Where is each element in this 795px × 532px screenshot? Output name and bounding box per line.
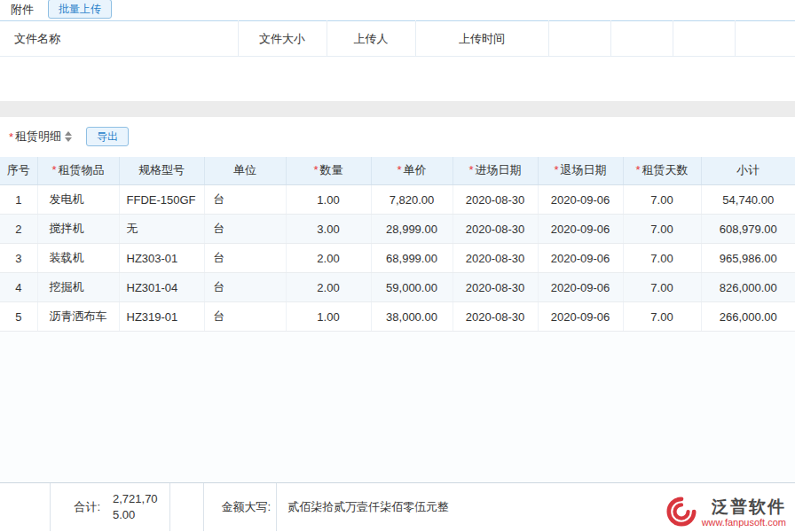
table-row: 1发电机FFDE-150GF台1.007,820.002020-08-30202…	[0, 185, 795, 215]
rental-col-label: 租赁物品	[59, 163, 105, 176]
rental-col-header: 规格型号	[119, 157, 204, 185]
table-cell: 台	[204, 273, 286, 302]
table-cell: 5	[0, 302, 37, 332]
vendor-logo-url: www.fanpusoft.com	[702, 517, 786, 528]
table-cell: 68,999.00	[371, 244, 453, 273]
table-cell: 965,986.00	[701, 244, 795, 273]
rental-col-label: 小计	[736, 163, 760, 176]
vendor-logo-text: 泛普软件	[712, 497, 786, 517]
attach-col-header: 文件名称	[0, 21, 238, 57]
table-cell: 2020-08-30	[453, 273, 538, 302]
table-cell: 2.00	[286, 244, 371, 273]
rental-col-label: 规格型号	[138, 163, 185, 176]
rental-section-bar: * 租赁明细 导出	[0, 117, 795, 157]
table-cell: 3	[0, 244, 37, 273]
vendor-logo: 泛普软件 www.fanpusoft.com	[666, 497, 786, 529]
table-cell: 266,000.00	[701, 302, 795, 332]
table-cell: FFDE-150GF	[119, 185, 204, 215]
rental-section-title: 租赁明细	[15, 129, 61, 145]
table-cell: 7.00	[623, 215, 701, 244]
required-asterisk: *	[635, 163, 640, 176]
attach-col-label: 上传人	[354, 32, 389, 45]
table-cell: 挖掘机	[37, 273, 119, 302]
table-cell: 装载机	[37, 244, 119, 273]
attach-col-header-empty	[735, 21, 795, 57]
attachments-empty-body	[0, 57, 795, 101]
table-row: 3装载机HZ303-01台2.0068,999.002020-08-302020…	[0, 244, 795, 273]
table-cell: HZ303-01	[119, 244, 204, 273]
table-cell: 4	[0, 273, 37, 302]
table-cell: 1.00	[286, 302, 371, 332]
required-asterisk: *	[468, 163, 473, 176]
attach-col-header-empty	[610, 21, 673, 57]
rental-col-header: *单价	[371, 157, 453, 185]
rental-col-header: *租赁物品	[37, 157, 119, 185]
total-label: 合计:	[51, 483, 105, 531]
rental-col-label: 租赁天数	[642, 163, 689, 176]
table-row: 2搅拌机无台3.0028,999.002020-08-302020-09-067…	[0, 215, 795, 244]
rental-col-label: 序号	[7, 163, 30, 176]
rental-col-label: 数量	[320, 163, 343, 176]
required-asterisk: *	[51, 163, 56, 176]
attach-col-header-empty	[548, 21, 610, 57]
table-cell: 7.00	[623, 185, 701, 215]
rental-col-header: 序号	[0, 157, 37, 185]
attach-col-label: 文件大小	[259, 32, 305, 45]
table-row: 5沥青洒布车HZ319-01台1.0038,000.002020-08-3020…	[0, 302, 795, 332]
rental-table-empty-area	[0, 332, 795, 482]
rental-col-header: *数量	[286, 157, 371, 185]
table-cell: 台	[204, 244, 286, 273]
rental-col-label: 单位	[233, 163, 256, 176]
rental-col-label: 进场日期	[476, 163, 522, 176]
attach-col-label: 文件名称	[14, 32, 60, 45]
table-cell: 608,979.00	[701, 215, 795, 244]
export-button[interactable]: 导出	[86, 127, 129, 146]
collapse-spinner-icon[interactable]	[65, 131, 72, 142]
required-asterisk: *	[554, 163, 558, 176]
attachments-toolbar: 附件 批量上传	[0, 0, 795, 20]
table-cell: 2020-09-06	[538, 185, 623, 215]
attach-col-header-empty	[673, 21, 735, 57]
attach-col-header: 上传人	[327, 21, 415, 57]
required-asterisk: *	[313, 163, 318, 176]
rental-col-header: *租赁天数	[623, 157, 701, 185]
rental-col-label: 单价	[404, 163, 427, 176]
section-separator	[0, 101, 795, 117]
table-cell: 3.00	[286, 215, 371, 244]
batch-upload-button[interactable]: 批量上传	[48, 0, 112, 19]
table-cell: 54,740.00	[701, 185, 795, 215]
table-cell: 沥青洒布车	[37, 302, 119, 332]
table-cell: 台	[204, 185, 286, 215]
rental-table: 序号*租赁物品规格型号单位*数量*单价*进场日期*退场日期*租赁天数小计 1发电…	[0, 157, 795, 332]
table-cell: 2	[0, 215, 37, 244]
table-cell: HZ301-04	[119, 273, 204, 302]
table-cell: 2020-09-06	[538, 215, 623, 244]
swirl-logo-icon	[666, 497, 697, 529]
summary-spacer	[0, 483, 51, 531]
summary-spacer	[170, 483, 204, 531]
table-cell: 台	[204, 302, 286, 332]
rental-header-row: 序号*租赁物品规格型号单位*数量*单价*进场日期*退场日期*租赁天数小计	[0, 157, 795, 185]
table-cell: 28,999.00	[371, 215, 453, 244]
table-cell: 38,000.00	[371, 302, 453, 332]
table-cell: 1	[0, 185, 37, 215]
amount-words-label: 金额大写:	[204, 483, 277, 531]
tab-attachments[interactable]: 附件	[11, 2, 34, 20]
table-cell: 7.00	[623, 273, 701, 302]
table-cell: 7,820.00	[371, 185, 453, 215]
total-value: 2,721,705.00	[105, 483, 170, 531]
table-cell: 2020-08-30	[453, 215, 538, 244]
rental-col-header: *退场日期	[538, 157, 623, 185]
attach-col-label: 上传时间	[459, 32, 505, 45]
required-asterisk: *	[397, 163, 401, 176]
attach-col-header: 文件大小	[238, 21, 327, 57]
rental-col-label: 退场日期	[561, 163, 607, 176]
table-cell: 无	[119, 215, 204, 244]
table-cell: 2020-09-06	[538, 302, 623, 332]
table-cell: HZ319-01	[119, 302, 204, 332]
table-cell: 搅拌机	[37, 215, 119, 244]
rental-col-header: 小计	[701, 157, 795, 185]
attachments-header-row: 文件名称文件大小上传人上传时间	[0, 21, 795, 57]
table-cell: 2020-09-06	[538, 244, 623, 273]
attachments-table: 文件名称文件大小上传人上传时间	[0, 20, 795, 101]
